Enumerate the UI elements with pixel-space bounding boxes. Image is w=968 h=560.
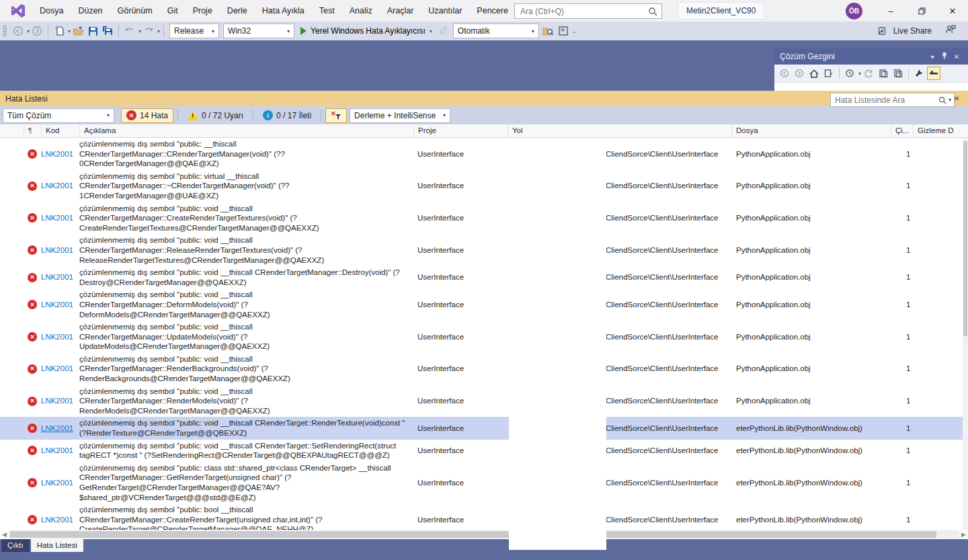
error-row[interactable]: ✕ LNK2001 çözümlenmemiş dış sembol "publ… (0, 138, 963, 170)
new-file-icon[interactable] (52, 24, 66, 38)
pending-changes-dropdown[interactable]: ▾ (858, 71, 861, 77)
menu-item[interactable]: Araçlar (380, 0, 421, 22)
undo-dropdown[interactable]: ▾ (138, 28, 141, 34)
error-code-link[interactable]: LNK2001 (41, 181, 79, 191)
tab-output[interactable]: Çıktı (1, 539, 30, 552)
switch-views-icon[interactable] (822, 67, 836, 80)
column-description[interactable]: Açıklama (79, 124, 413, 138)
close-icon[interactable]: ✕ (951, 53, 963, 61)
restore-button[interactable] (906, 0, 937, 22)
error-code-link[interactable]: LNK2001 (41, 364, 79, 374)
window-position-icon[interactable]: ▾ (926, 53, 938, 61)
error-row[interactable]: ✕ LNK2001 çözümlenmemiş dış sembol "publ… (0, 462, 963, 504)
menu-item[interactable]: Hata Ayıkla (255, 0, 312, 22)
configuration-select[interactable]: Release▾ (169, 24, 219, 38)
error-row[interactable]: ✕ LNK2001 çözümlenmemiş dış sembol "publ… (0, 440, 963, 462)
save-icon[interactable] (86, 24, 99, 38)
error-code-link[interactable]: LNK2001 (41, 332, 79, 342)
close-button[interactable]: ✕ (937, 0, 968, 22)
redo-dropdown[interactable]: ▾ (157, 28, 160, 34)
menu-item[interactable]: Git (160, 0, 186, 22)
home-icon[interactable] (807, 67, 821, 80)
error-row[interactable]: ✕ LNK2001 çözümlenmemiş dış sembol "publ… (0, 288, 963, 321)
column-severity[interactable]: ¶ (24, 124, 41, 138)
properties-wrench-icon[interactable] (912, 67, 926, 80)
menu-item[interactable]: Uzantılar (421, 0, 469, 22)
navigate-back-dropdown[interactable]: ▾ (27, 28, 30, 34)
back-icon[interactable] (778, 67, 791, 80)
solution-explorer-titlebar[interactable]: Çözüm Gezgini ▾ ✕ (774, 48, 968, 65)
start-debugging-button[interactable]: Yerel Windows Hata Ayıklayıcısı ▾ (300, 26, 432, 36)
errors-filter-button[interactable]: ✕ 14 Hata (121, 108, 173, 123)
column-path[interactable]: Yol (508, 124, 731, 138)
error-code-link[interactable]: LNK2001 (41, 424, 79, 434)
toolbar-options-chevron[interactable]: ⌄ (572, 28, 577, 34)
scroll-left-arrow[interactable]: ◀ (0, 531, 9, 538)
menu-item[interactable]: Dosya (32, 0, 71, 22)
redo-icon[interactable] (142, 24, 155, 38)
error-code-link[interactable]: LNK2001 (41, 149, 79, 159)
column-suppression[interactable]: Gizleme D (913, 124, 968, 138)
error-code-link[interactable]: LNK2001 (41, 245, 79, 255)
quick-search-box[interactable]: Ara (Ctrl+Q) (514, 3, 662, 19)
refresh-icon[interactable] (862, 67, 875, 80)
error-row[interactable]: ✕ LNK2001 çözümlenmemiş dış sembol "publ… (0, 417, 963, 439)
minimize-button[interactable]: – (875, 0, 906, 22)
menu-item[interactable]: Proje (186, 0, 220, 22)
auto-select[interactable]: Otomatik▾ (453, 24, 539, 38)
pending-changes-icon[interactable] (843, 67, 856, 80)
send-feedback-icon[interactable] (944, 24, 956, 37)
error-list-titlebar[interactable]: Hata Listesi ▾ ✕ (0, 91, 968, 106)
horizontal-scrollbar-thumb[interactable] (10, 531, 936, 538)
pin-icon[interactable] (938, 52, 951, 61)
menu-item[interactable]: Analiz (342, 0, 380, 22)
error-code-link[interactable]: LNK2001 (41, 515, 79, 525)
menu-item[interactable]: Pencere (469, 0, 516, 22)
new-file-dropdown[interactable]: ▾ (68, 28, 71, 34)
error-row[interactable]: ✕ LNK2001 çözümlenmemiş dış sembol "publ… (0, 266, 963, 288)
error-row[interactable]: ✕ LNK2001 çözümlenmemiş dış sembol "publ… (0, 504, 963, 530)
menu-item[interactable]: Test (312, 0, 342, 22)
error-row[interactable]: ✕ LNK2001 çözümlenmemiş dış sembol "publ… (0, 321, 963, 353)
column-code[interactable]: Kod (41, 124, 79, 138)
undo-icon[interactable] (123, 24, 136, 38)
error-code-link[interactable]: LNK2001 (41, 300, 79, 310)
toolbar-grip[interactable] (3, 25, 7, 37)
vertical-scrollbar-thumb[interactable] (963, 141, 967, 336)
navigate-back-icon[interactable] (11, 24, 25, 38)
messages-filter-button[interactable]: i 0 / 17 İleti (257, 108, 317, 123)
warnings-filter-button[interactable]: ! 0 / 72 Uyarı (182, 108, 249, 123)
tab-error-list[interactable]: Hata Listesi (31, 539, 83, 552)
error-code-link[interactable]: LNK2001 (41, 272, 79, 282)
open-file-icon[interactable] (71, 24, 85, 38)
scroll-right-arrow[interactable]: ▶ (959, 531, 968, 538)
error-code-link[interactable]: LNK2001 (41, 478, 79, 488)
navigate-frame-icon[interactable] (557, 24, 570, 38)
find-in-files-icon[interactable] (542, 24, 555, 38)
platform-select[interactable]: Win32▾ (223, 24, 294, 38)
column-line[interactable]: Çi... (891, 124, 913, 138)
vertical-scrollbar[interactable] (963, 138, 968, 530)
user-avatar[interactable]: ÖB (846, 3, 862, 19)
error-code-link[interactable]: LNK2001 (41, 213, 79, 223)
source-filter-select[interactable]: Derleme + IntelliSense▾ (350, 108, 450, 123)
error-row[interactable]: ✕ LNK2001 çözümlenmemiş dış sembol "publ… (0, 385, 963, 417)
error-code-link[interactable]: LNK2001 (41, 396, 79, 406)
column-project[interactable]: Proje (413, 124, 508, 138)
error-code-link[interactable]: LNK2001 (41, 446, 79, 456)
column-selector[interactable] (0, 124, 24, 138)
menu-item[interactable]: Derle (220, 0, 255, 22)
forward-icon[interactable] (793, 67, 806, 80)
preview-selected-toggle[interactable] (927, 67, 940, 80)
error-row[interactable]: ✕ LNK2001 çözümlenmemiş dış sembol "publ… (0, 202, 963, 235)
scope-filter-select[interactable]: Tüm Çözüm▾ (3, 108, 114, 123)
column-file[interactable]: Dosya (731, 124, 891, 138)
error-row[interactable]: ✕ LNK2001 çözümlenmemiş dış sembol "publ… (0, 170, 963, 202)
menu-item[interactable]: Düzen (71, 0, 110, 22)
error-list-search-box[interactable]: Hata Listesinde Ara ▾ (830, 93, 955, 107)
copy-path-icon[interactable] (891, 67, 905, 80)
solution-explorer-search[interactable] (774, 82, 968, 91)
menu-item[interactable]: Görünüm (110, 0, 160, 22)
live-share[interactable]: Live Share (878, 22, 932, 40)
save-all-icon[interactable] (101, 24, 114, 38)
